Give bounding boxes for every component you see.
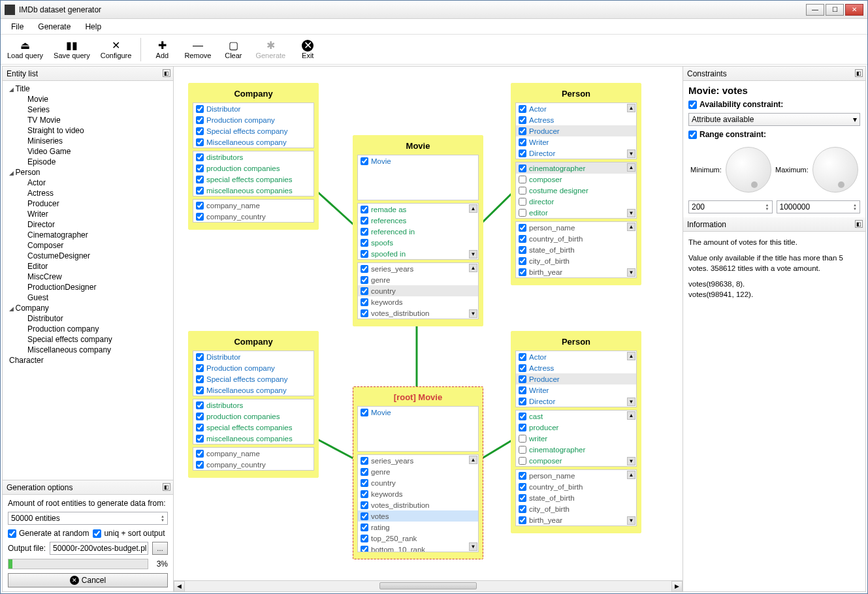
entity-row[interactable]: genre xyxy=(358,274,478,285)
scroll-up-icon[interactable]: ▲ xyxy=(469,204,477,213)
tree-node[interactable]: Cinematographer xyxy=(22,230,172,240)
entity-row[interactable]: country xyxy=(358,285,478,296)
entity-row[interactable]: distributors xyxy=(193,151,313,163)
scroll-down-icon[interactable]: ▼ xyxy=(627,398,635,406)
entity-tree[interactable]: TitleMovieSeriesTV MovieStraight to vide… xyxy=(3,81,173,480)
entity-row[interactable]: rating xyxy=(358,522,478,533)
scroll-up-icon[interactable]: ▲ xyxy=(627,163,635,172)
uniq-checkbox[interactable]: uniq + sort output xyxy=(93,529,165,538)
entity-row[interactable]: cinematographer xyxy=(516,163,636,174)
entity-row[interactable]: company_country xyxy=(193,459,313,470)
scroll-left-icon[interactable]: ◀ xyxy=(174,581,185,592)
entity-row[interactable]: Director xyxy=(516,148,636,159)
scroll-down-icon[interactable]: ▼ xyxy=(469,542,477,551)
entity-row[interactable]: votes_distribution xyxy=(358,307,478,319)
max-knob[interactable] xyxy=(812,147,858,193)
entity-row[interactable]: Producer xyxy=(516,373,636,384)
entity-row[interactable]: city_of_birth xyxy=(516,255,636,266)
tree-node[interactable]: TV Movie xyxy=(22,115,172,125)
tree-node[interactable]: Title xyxy=(4,84,172,94)
scroll-up-icon[interactable]: ▲ xyxy=(469,264,477,272)
tree-node[interactable]: Producer xyxy=(22,198,172,209)
undock-icon[interactable]: ◧ xyxy=(163,69,170,77)
entity-row[interactable]: company_name xyxy=(193,200,313,211)
tree-node[interactable]: Special effects company xyxy=(22,334,172,345)
diagram-canvas[interactable]: Company DistributorProduction companySpe… xyxy=(174,67,683,580)
entity-row[interactable]: editor xyxy=(516,207,636,218)
output-file-field[interactable]: 50000r-200votes-budget.pl xyxy=(50,542,148,555)
min-knob[interactable] xyxy=(726,147,771,193)
entity-row[interactable]: birth_year xyxy=(516,266,636,277)
undock-icon[interactable]: ◧ xyxy=(163,483,170,491)
entity-row[interactable]: spoofed in xyxy=(358,248,478,259)
random-checkbox[interactable]: Generate at random xyxy=(8,529,89,538)
exit-button[interactable]: ✕Exit xyxy=(292,36,323,63)
tree-node[interactable]: Actress xyxy=(22,188,172,198)
entity-row[interactable]: Special effects company xyxy=(193,125,313,136)
entity-row[interactable]: distributors xyxy=(193,399,313,411)
entity-row[interactable]: composer xyxy=(516,174,636,185)
undock-icon[interactable]: ◧ xyxy=(855,69,863,77)
entity-row[interactable]: birth_year xyxy=(516,514,636,525)
entity-row[interactable]: Producer xyxy=(516,125,636,136)
scroll-down-icon[interactable]: ▼ xyxy=(469,250,477,258)
entity-row[interactable]: votes xyxy=(358,510,478,522)
entity-row[interactable]: country_of_birth xyxy=(516,233,636,244)
entity-row[interactable]: special effects companies xyxy=(193,422,313,433)
entity-row[interactable]: Special effects company xyxy=(193,373,313,384)
tree-node[interactable]: ProductionDesigner xyxy=(22,282,172,292)
entity-row[interactable]: Director xyxy=(516,396,636,407)
entity-row[interactable]: composer xyxy=(516,455,636,466)
entity-company-2[interactable]: Company DistributorProduction companySpe… xyxy=(188,331,319,478)
entity-row[interactable]: producer xyxy=(516,422,636,433)
entity-root-movie[interactable]: [root] Movie Movie ▲▼series_yearsgenreco… xyxy=(353,386,483,559)
scroll-right-icon[interactable]: ▶ xyxy=(671,581,683,592)
entity-row[interactable]: costume designer xyxy=(516,185,636,196)
tree-node[interactable]: Actor xyxy=(22,178,172,188)
scroll-down-icon[interactable]: ▼ xyxy=(469,309,477,318)
max-input[interactable]: 1000000▲▼ xyxy=(777,200,861,213)
entity-row[interactable]: Actress xyxy=(516,114,636,125)
scroll-up-icon[interactable]: ▲ xyxy=(627,352,635,360)
entity-person-2[interactable]: Person ▲▼ActorActressProducerWriterDirec… xyxy=(511,331,641,533)
tree-node[interactable]: Movie xyxy=(22,94,172,104)
entity-row[interactable]: state_of_birth xyxy=(516,244,636,255)
entity-row[interactable]: cinematographer xyxy=(516,444,636,455)
entity-row[interactable]: Distributor xyxy=(193,103,313,114)
tree-node[interactable]: Company xyxy=(4,303,172,313)
load-query-button[interactable]: ⏏Load query xyxy=(3,36,47,63)
entity-row[interactable]: production companies xyxy=(193,411,313,422)
entity-row[interactable]: Actress xyxy=(516,362,636,373)
menu-file[interactable]: File xyxy=(5,20,30,33)
entity-row[interactable]: series_years xyxy=(358,263,478,274)
close-button[interactable]: ✕ xyxy=(845,4,863,16)
add-button[interactable]: ✚Add xyxy=(146,36,178,63)
entity-row[interactable]: company_name xyxy=(193,448,313,459)
entity-row[interactable]: Writer xyxy=(516,384,636,396)
tree-node[interactable]: Distributor xyxy=(22,313,172,324)
save-query-button[interactable]: ▮▮Save query xyxy=(50,36,94,63)
entity-row[interactable]: Miscellaneous company xyxy=(193,136,313,148)
tree-node[interactable]: Episode xyxy=(22,157,172,167)
entity-row[interactable]: top_250_rank xyxy=(358,533,478,544)
undock-icon[interactable]: ◧ xyxy=(855,220,863,228)
entity-row[interactable]: city_of_birth xyxy=(516,503,636,514)
scroll-down-icon[interactable]: ▼ xyxy=(627,268,635,277)
tree-node[interactable]: MiscCrew xyxy=(22,272,172,282)
tree-node[interactable]: Editor xyxy=(22,261,172,272)
entity-row[interactable]: special effects companies xyxy=(193,174,313,185)
entity-row[interactable]: references xyxy=(358,215,478,226)
tree-node[interactable]: Miniseries xyxy=(22,136,172,146)
entity-row[interactable]: country xyxy=(358,477,478,488)
entity-row[interactable]: miscellaneous companies xyxy=(193,433,313,444)
tree-node[interactable]: Person xyxy=(4,167,172,178)
entity-row[interactable]: director xyxy=(516,196,636,207)
entity-row[interactable]: spoofs xyxy=(358,237,478,248)
tree-node[interactable]: Composer xyxy=(22,240,172,251)
browse-button[interactable]: … xyxy=(152,542,168,555)
entity-row[interactable]: Miscellaneous company xyxy=(193,384,313,396)
scroll-down-icon[interactable]: ▼ xyxy=(627,516,635,525)
entity-row[interactable]: company_country xyxy=(193,211,313,222)
entity-row[interactable]: Distributor xyxy=(193,351,313,362)
tree-node[interactable]: Miscellaneous company xyxy=(22,345,172,355)
